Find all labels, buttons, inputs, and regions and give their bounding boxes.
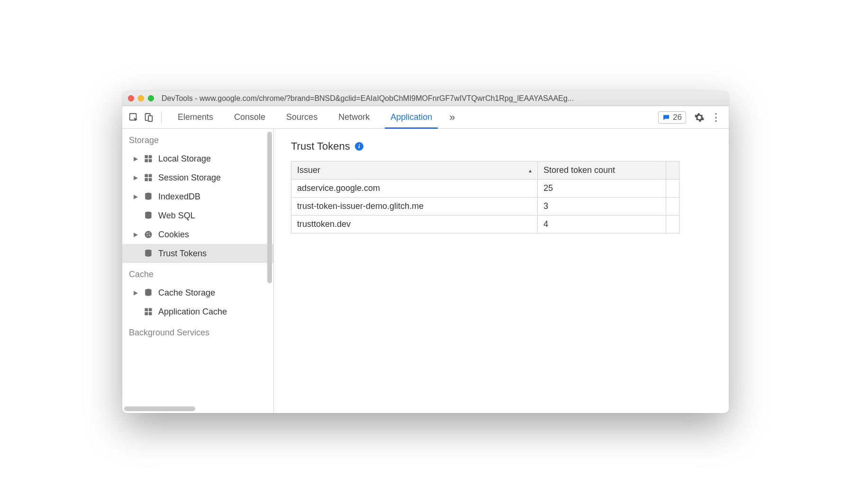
info-icon[interactable]: i [355, 142, 363, 151]
sidebar-item-local-storage[interactable]: ▶Local Storage [122, 149, 273, 168]
svg-rect-20 [145, 308, 148, 312]
cell-actions [666, 216, 679, 234]
cell-actions [666, 180, 679, 198]
expand-arrow-icon[interactable]: ▶ [134, 289, 138, 296]
db-icon [143, 210, 154, 221]
devtools-window: DevTools - www.google.com/chrome/?brand=… [122, 91, 729, 413]
sidebar-item-label: Cache Storage [158, 288, 215, 298]
db-icon [143, 248, 154, 259]
devtools-toolbar: Elements Console Sources Network Applica… [122, 106, 729, 129]
svg-rect-23 [149, 312, 152, 315]
window-titlebar: DevTools - www.google.com/chrome/?brand=… [122, 91, 729, 106]
table-row[interactable]: trust-token-issuer-demo.glitch.me3 [291, 198, 679, 216]
svg-rect-21 [149, 308, 152, 312]
svg-point-15 [149, 233, 150, 234]
sidebar-item-label: Cookies [158, 230, 189, 240]
sidebar-group-title: Cache [122, 263, 273, 283]
cell-issuer: trust-token-issuer-demo.glitch.me [291, 198, 538, 216]
svg-point-16 [149, 234, 150, 236]
sidebar-item-trust-tokens[interactable]: Trust Tokens [122, 244, 273, 263]
messages-badge[interactable]: 26 [658, 111, 686, 124]
cell-count: 3 [538, 198, 666, 216]
inspect-element-icon[interactable] [127, 111, 140, 124]
expand-arrow-icon[interactable]: ▶ [134, 193, 138, 200]
svg-rect-5 [145, 159, 148, 162]
svg-rect-6 [149, 159, 152, 162]
db-icon [143, 191, 154, 202]
cell-issuer: trusttoken.dev [291, 216, 538, 234]
grid-icon [143, 306, 154, 317]
sidebar-item-label: Trust Tokens [158, 249, 207, 259]
svg-rect-4 [149, 155, 152, 159]
window-title: DevTools - www.google.com/chrome/?brand=… [162, 94, 723, 103]
expand-arrow-icon[interactable]: ▶ [134, 174, 138, 181]
table-row[interactable]: trusttoken.dev4 [291, 216, 679, 234]
tab-sources[interactable]: Sources [276, 106, 328, 128]
sidebar-item-cache-storage[interactable]: ▶Cache Storage [122, 283, 273, 302]
cell-issuer: adservice.google.com [291, 180, 538, 198]
sidebar-item-label: Application Cache [158, 307, 227, 317]
sidebar-item-application-cache[interactable]: Application Cache [122, 302, 273, 321]
cell-count: 4 [538, 216, 666, 234]
messages-count: 26 [673, 113, 682, 122]
sidebar-item-label: Web SQL [158, 211, 195, 221]
expand-arrow-icon[interactable]: ▶ [134, 155, 138, 162]
sidebar-item-web-sql[interactable]: Web SQL [122, 206, 273, 225]
minimize-window-button[interactable] [138, 95, 144, 101]
maximize-window-button[interactable] [148, 95, 154, 101]
toolbar-separator [161, 111, 162, 124]
trust-tokens-table: Issuer Stored token count adservice.goog… [291, 161, 679, 234]
sidebar-scrollbar-vertical[interactable] [267, 132, 272, 283]
tab-elements[interactable]: Elements [167, 106, 224, 128]
device-toolbar-icon[interactable] [142, 111, 155, 124]
sidebar-item-label: Session Storage [158, 173, 221, 183]
cell-actions [666, 198, 679, 216]
column-issuer[interactable]: Issuer [291, 162, 538, 180]
cookie-icon [143, 229, 154, 240]
sidebar-scrollbar-horizontal[interactable] [124, 406, 195, 411]
svg-rect-10 [149, 178, 152, 181]
svg-rect-2 [148, 116, 152, 121]
sidebar-item-indexeddb[interactable]: ▶IndexedDB [122, 187, 273, 206]
message-icon [662, 114, 670, 121]
tab-console[interactable]: Console [224, 106, 276, 128]
traffic-lights [128, 95, 154, 101]
pane-title: Trust Tokens i [291, 140, 712, 153]
svg-point-14 [146, 233, 148, 234]
svg-point-13 [145, 231, 152, 238]
column-actions [666, 162, 679, 180]
pane-title-text: Trust Tokens [291, 140, 350, 153]
settings-icon[interactable] [693, 111, 706, 124]
svg-rect-9 [145, 178, 148, 181]
kebab-menu-icon[interactable]: ⋮ [708, 111, 724, 124]
devtools-body: Storage▶Local Storage▶Session Storage▶In… [122, 129, 729, 413]
sidebar-item-session-storage[interactable]: ▶Session Storage [122, 168, 273, 187]
column-stored-token-count[interactable]: Stored token count [538, 162, 666, 180]
grid-icon [143, 172, 154, 183]
sidebar-group-title: Background Services [122, 321, 273, 342]
tab-application[interactable]: Application [380, 106, 443, 128]
svg-rect-7 [145, 174, 148, 178]
svg-rect-8 [149, 174, 152, 178]
sidebar-item-label: Local Storage [158, 154, 211, 164]
svg-rect-22 [145, 312, 148, 315]
sidebar-group-title: Storage [122, 129, 273, 149]
panel-tabs: Elements Console Sources Network Applica… [167, 106, 462, 128]
svg-rect-3 [145, 155, 148, 159]
close-window-button[interactable] [128, 95, 134, 101]
cell-count: 25 [538, 180, 666, 198]
grid-icon [143, 153, 154, 164]
table-row[interactable]: adservice.google.com25 [291, 180, 679, 198]
application-sidebar: Storage▶Local Storage▶Session Storage▶In… [122, 129, 274, 413]
sidebar-item-label: IndexedDB [158, 192, 200, 202]
db-icon [143, 288, 154, 298]
expand-arrow-icon[interactable]: ▶ [134, 231, 138, 238]
application-main-pane: Trust Tokens i Issuer Stored token count… [274, 129, 729, 413]
more-tabs-icon[interactable]: » [443, 111, 462, 124]
tab-network[interactable]: Network [328, 106, 380, 128]
sidebar-item-cookies[interactable]: ▶Cookies [122, 225, 273, 244]
svg-point-17 [147, 235, 148, 236]
